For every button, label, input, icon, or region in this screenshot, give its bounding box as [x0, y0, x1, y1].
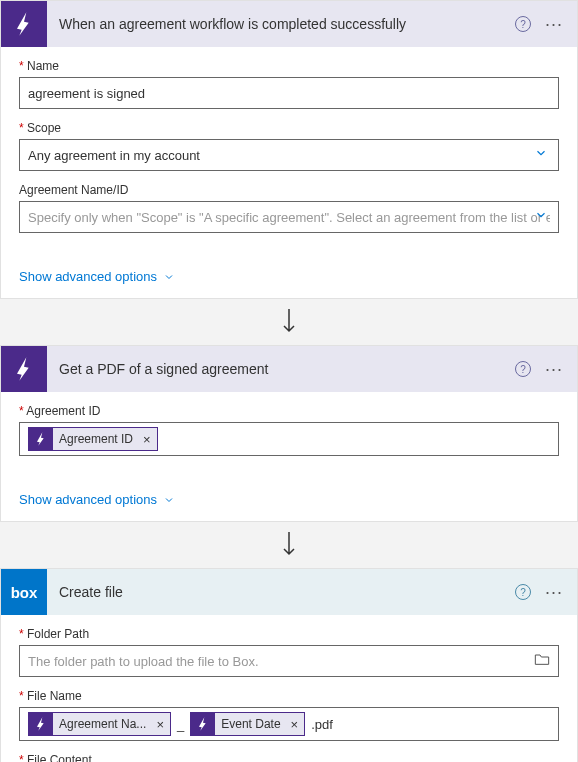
field-agreement: Agreement Name/ID [19, 183, 559, 233]
help-icon[interactable]: ? [515, 361, 531, 377]
field-file-content: File Content body × [19, 753, 559, 762]
more-icon[interactable]: ··· [545, 583, 563, 601]
folder-path-label: Folder Path [19, 627, 559, 641]
box-icon: box [1, 569, 47, 615]
advanced-label: Show advanced options [19, 492, 157, 507]
file-name-input[interactable]: Agreement Na... × _ Event Date × .pdf [19, 707, 559, 741]
card-actions: ? ··· [515, 15, 577, 33]
file-name-label: File Name [19, 689, 559, 703]
action-card-pdf: Get a PDF of a signed agreement ? ··· Ag… [0, 345, 578, 522]
name-input[interactable] [28, 86, 550, 101]
action-card-box: box Create file ? ··· Folder Path File N… [0, 568, 578, 762]
field-scope: Scope [19, 121, 559, 171]
token-remove-icon[interactable]: × [285, 717, 305, 732]
advanced-label: Show advanced options [19, 269, 157, 284]
card-actions: ? ··· [515, 583, 577, 601]
card-title: Get a PDF of a signed agreement [47, 361, 515, 377]
help-icon[interactable]: ? [515, 584, 531, 600]
token-remove-icon[interactable]: × [150, 717, 170, 732]
field-file-name: File Name Agreement Na... × _ Event Date… [19, 689, 559, 741]
card-title: When an agreement workflow is completed … [47, 16, 515, 32]
scope-label: Scope [19, 121, 559, 135]
folder-path-input-wrap[interactable] [19, 645, 559, 677]
agreement-id-label: Agreement ID [19, 404, 559, 418]
more-icon[interactable]: ··· [545, 360, 563, 378]
agreement-label: Agreement Name/ID [19, 183, 559, 197]
flow-arrow [0, 299, 578, 345]
agreement-input[interactable] [28, 210, 550, 225]
token-agreement-name[interactable]: Agreement Na... × [28, 712, 171, 736]
card-title: Create file [47, 584, 515, 600]
scope-input[interactable] [28, 148, 550, 163]
card-header: When an agreement workflow is completed … [1, 1, 577, 47]
agreement-select[interactable] [19, 201, 559, 233]
agreement-id-input[interactable]: Agreement ID × [19, 422, 559, 456]
chevron-down-icon [163, 271, 175, 283]
field-name: Name [19, 59, 559, 109]
more-icon[interactable]: ··· [545, 15, 563, 33]
text-fragment: .pdf [309, 717, 335, 732]
field-agreement-id: Agreement ID Agreement ID × [19, 404, 559, 456]
token-remove-icon[interactable]: × [137, 432, 157, 447]
trigger-card: When an agreement workflow is completed … [0, 0, 578, 299]
show-advanced-link[interactable]: Show advanced options [1, 482, 577, 521]
file-content-label: File Content [19, 753, 559, 762]
name-label: Name [19, 59, 559, 73]
adobe-sign-icon [29, 427, 53, 451]
flow-arrow [0, 522, 578, 568]
adobe-sign-icon [29, 712, 53, 736]
card-header: box Create file ? ··· [1, 569, 577, 615]
token-label: Agreement Na... [59, 717, 150, 731]
adobe-sign-icon [1, 1, 47, 47]
chevron-down-icon [163, 494, 175, 506]
text-fragment: _ [175, 717, 186, 732]
field-folder-path: Folder Path [19, 627, 559, 677]
folder-path-input[interactable] [28, 654, 526, 669]
card-body: Folder Path File Name Agreement Na... × … [1, 615, 577, 762]
adobe-sign-icon [1, 346, 47, 392]
card-body: Name Scope Agreement Name/ID [1, 47, 577, 259]
card-body: Agreement ID Agreement ID × [1, 392, 577, 482]
card-actions: ? ··· [515, 360, 577, 378]
box-logo-text: box [11, 584, 38, 601]
token-label: Agreement ID [59, 432, 137, 446]
scope-select[interactable] [19, 139, 559, 171]
show-advanced-link[interactable]: Show advanced options [1, 259, 577, 298]
token-agreement-id[interactable]: Agreement ID × [28, 427, 158, 451]
adobe-sign-icon [191, 712, 215, 736]
folder-picker-icon[interactable] [534, 652, 550, 670]
card-header: Get a PDF of a signed agreement ? ··· [1, 346, 577, 392]
token-event-date[interactable]: Event Date × [190, 712, 305, 736]
help-icon[interactable]: ? [515, 16, 531, 32]
token-label: Event Date [221, 717, 284, 731]
name-input-wrap[interactable] [19, 77, 559, 109]
